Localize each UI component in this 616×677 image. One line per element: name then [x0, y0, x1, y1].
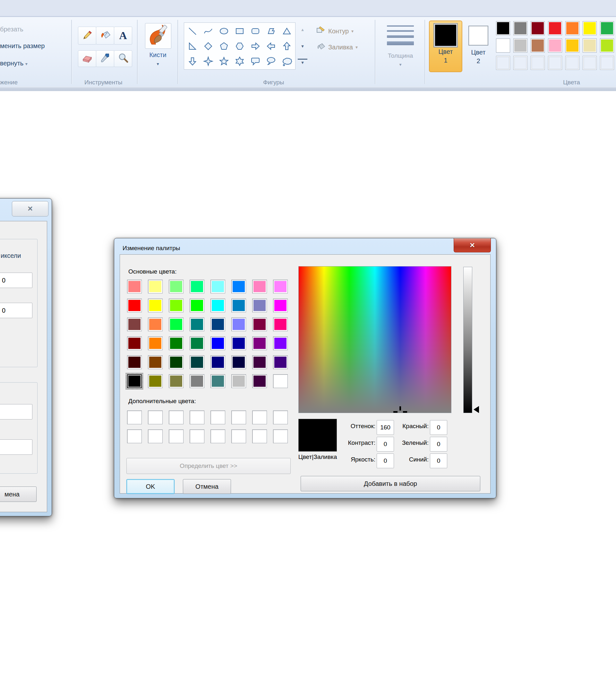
shape-diamond-icon[interactable] — [201, 39, 216, 53]
cancel-button[interactable]: мена — [0, 487, 37, 502]
custom-color-swatch[interactable] — [211, 410, 225, 424]
ribbon-empty-swatch[interactable] — [496, 56, 510, 70]
ribbon-color-swatch[interactable] — [531, 21, 545, 35]
shape-star-4-icon[interactable] — [201, 53, 216, 69]
custom-color-swatch[interactable] — [127, 430, 142, 443]
basic-color-swatch[interactable] — [127, 317, 142, 331]
basic-color-swatch[interactable] — [190, 280, 204, 294]
basic-color-swatch[interactable] — [148, 299, 163, 312]
ribbon-color-swatch[interactable] — [565, 21, 579, 35]
shape-star-5-icon[interactable] — [216, 53, 232, 69]
color1-button[interactable]: Цвет 1 — [429, 20, 462, 72]
basic-color-swatch[interactable] — [231, 299, 246, 312]
shape-callout-oval-icon[interactable] — [263, 53, 279, 69]
eyedropper-tool-button[interactable] — [96, 50, 114, 67]
shapes-scroll-up-icon[interactable]: ▴ — [298, 27, 307, 32]
magnifier-tool-button[interactable] — [114, 50, 132, 67]
basic-color-swatch[interactable] — [148, 317, 163, 331]
shape-star-6-icon[interactable] — [232, 53, 248, 69]
basic-color-swatch[interactable] — [273, 336, 288, 350]
ribbon-empty-swatch[interactable] — [600, 56, 614, 70]
basic-color-swatch[interactable] — [231, 374, 246, 388]
rotate-button[interactable]: вернуть ▾ — [0, 60, 28, 67]
basic-color-swatch[interactable] — [127, 299, 142, 312]
shape-callout-cloud-icon[interactable] — [279, 53, 295, 69]
basic-color-swatch[interactable] — [169, 374, 183, 388]
basic-color-swatch[interactable] — [273, 355, 288, 369]
basic-color-swatch[interactable] — [127, 355, 142, 369]
shape-arrow-down-icon[interactable] — [185, 53, 201, 69]
custom-color-swatch[interactable] — [211, 430, 225, 443]
custom-color-swatch[interactable] — [231, 410, 246, 424]
shape-hexagon-icon[interactable] — [232, 39, 248, 53]
close-icon[interactable]: ✕ — [454, 238, 491, 253]
ribbon-color-swatch[interactable] — [600, 21, 614, 35]
basic-color-swatch[interactable] — [252, 299, 267, 312]
custom-color-swatch[interactable] — [252, 430, 267, 443]
basic-color-swatch[interactable] — [211, 336, 225, 350]
luminance-slider-arrow[interactable] — [474, 406, 479, 413]
custom-color-swatch[interactable] — [127, 410, 142, 424]
size-icon[interactable] — [387, 25, 414, 45]
ribbon-color-swatch[interactable] — [583, 39, 597, 53]
basic-color-swatch[interactable] — [190, 336, 204, 350]
basic-color-swatch[interactable] — [252, 336, 267, 350]
shape-polygon-icon[interactable] — [263, 24, 279, 39]
basic-color-swatch[interactable] — [211, 280, 225, 294]
basic-color-swatch[interactable] — [169, 355, 183, 369]
custom-color-swatch[interactable] — [273, 410, 288, 424]
hue-sat-field[interactable] — [298, 266, 451, 413]
basic-color-swatch[interactable] — [231, 336, 246, 350]
ribbon-color-swatch[interactable] — [531, 39, 545, 53]
ribbon-color-swatch[interactable] — [600, 39, 614, 53]
basic-color-swatch[interactable] — [273, 299, 288, 312]
shape-arrow-right-icon[interactable] — [247, 39, 263, 53]
basic-color-swatch[interactable] — [211, 355, 225, 369]
luminance-bar[interactable] — [463, 267, 472, 413]
ribbon-color-swatch[interactable] — [583, 21, 597, 35]
skew-horizontal-field[interactable] — [0, 404, 32, 419]
ribbon-color-swatch[interactable] — [548, 39, 562, 53]
basic-color-swatch[interactable] — [231, 355, 246, 369]
resize-button[interactable]: менить размер — [0, 42, 45, 50]
ribbon-empty-swatch[interactable] — [565, 56, 579, 70]
basic-color-swatch[interactable] — [148, 336, 163, 350]
ribbon-empty-swatch[interactable] — [548, 56, 562, 70]
pencil-tool-button[interactable] — [78, 27, 96, 45]
custom-color-swatch[interactable] — [190, 410, 204, 424]
custom-color-swatch[interactable] — [148, 430, 163, 443]
basic-color-swatch[interactable] — [190, 374, 204, 388]
pixels-radio-label[interactable]: иксели — [1, 252, 21, 260]
basic-color-swatch[interactable] — [190, 299, 204, 312]
custom-color-swatch[interactable] — [169, 410, 183, 424]
chevron-down-icon[interactable]: ▾ — [381, 62, 420, 67]
basic-color-swatch[interactable] — [273, 280, 288, 294]
ribbon-empty-swatch[interactable] — [583, 56, 597, 70]
basic-color-swatch[interactable] — [190, 317, 204, 331]
height-field[interactable]: 0 — [0, 303, 32, 318]
ribbon-color-swatch[interactable] — [548, 21, 562, 35]
shape-curve-icon[interactable] — [201, 24, 216, 39]
shape-triangle-icon[interactable] — [279, 24, 295, 39]
basic-color-swatch[interactable] — [231, 317, 246, 331]
basic-color-swatch[interactable] — [127, 280, 142, 294]
basic-color-swatch[interactable] — [273, 317, 288, 331]
basic-color-swatch[interactable] — [252, 355, 267, 369]
basic-color-swatch[interactable] — [169, 299, 183, 312]
custom-color-swatch[interactable] — [252, 410, 267, 424]
basic-color-swatch[interactable] — [127, 374, 142, 388]
basic-color-swatch[interactable] — [148, 374, 163, 388]
shape-rectangle-icon[interactable] — [232, 24, 248, 39]
add-to-custom-colors-button[interactable]: Добавить в набор — [301, 476, 480, 491]
basic-color-swatch[interactable] — [169, 280, 183, 294]
brushes-button[interactable] — [145, 23, 171, 49]
shapes-scroll-down-icon[interactable]: ▾ — [298, 43, 307, 49]
basic-color-swatch[interactable] — [127, 336, 142, 350]
basic-color-swatch[interactable] — [211, 299, 225, 312]
basic-color-swatch[interactable] — [252, 317, 267, 331]
chevron-down-icon[interactable]: ▾ — [145, 61, 171, 66]
shape-pentagon-icon[interactable] — [216, 39, 232, 53]
basic-color-swatch[interactable] — [148, 355, 163, 369]
basic-color-swatch[interactable] — [148, 280, 163, 294]
shape-ellipse-icon[interactable] — [216, 24, 232, 39]
